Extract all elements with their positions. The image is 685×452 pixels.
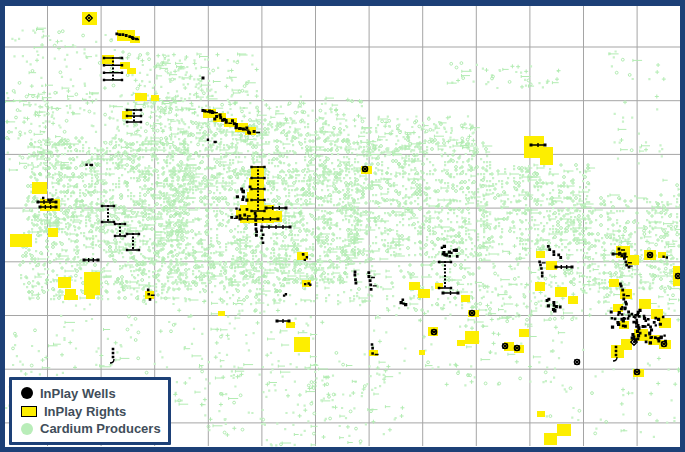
producer-markers: [8, 27, 130, 145]
producer-markers: [447, 62, 560, 89]
producer-markers: [141, 53, 254, 93]
cardium-producers-icon: [21, 423, 33, 435]
producer-markers: [418, 280, 563, 386]
legend-item-inplay-rights: InPlay Rights: [21, 405, 164, 418]
legend: InPlay Wells InPlay Rights Cardium Produ…: [9, 377, 171, 445]
inplay-wells-icon: [21, 387, 33, 399]
legend-label: InPlay Wells: [40, 387, 116, 400]
legend-label: Cardium Producers: [40, 422, 161, 435]
producer-markers: [256, 97, 372, 137]
producer-markers: [614, 108, 664, 164]
producer-markers: [166, 166, 362, 284]
producer-markers: [355, 114, 480, 156]
producer-markers: [201, 301, 406, 435]
producer-markers: [565, 195, 681, 293]
producer-markers: [618, 95, 659, 153]
legend-label: InPlay Rights: [44, 405, 126, 418]
inplay-rights-icon: [21, 406, 37, 417]
producer-markers: [609, 50, 651, 80]
legend-item-cardium-producers: Cardium Producers: [21, 422, 164, 435]
producer-markers: [259, 360, 386, 447]
legend-item-inplay-wells: InPlay Wells: [21, 387, 164, 400]
producer-markers: [202, 300, 404, 437]
producer-markers: [149, 88, 264, 151]
producer-markers: [451, 64, 559, 89]
producer-markers: [419, 281, 573, 387]
map-window: InPlay Wells InPlay Rights Cardium Produ…: [0, 0, 685, 452]
producer-markers: [128, 52, 206, 114]
